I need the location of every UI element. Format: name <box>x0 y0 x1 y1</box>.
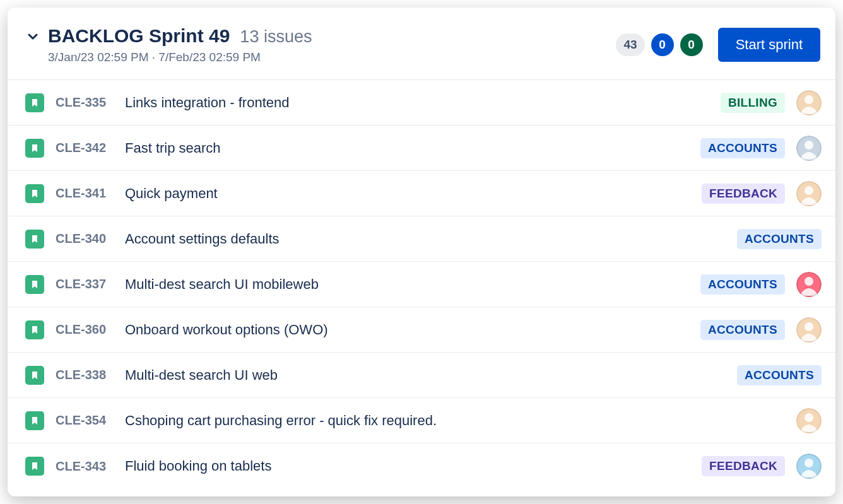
issue-list: CLE-335Links integration - frontendBILLI… <box>8 79 835 496</box>
sprint-header: BACKLOG Sprint 49 13 issues 3/Jan/23 02:… <box>8 8 835 79</box>
svg-point-4 <box>805 141 813 149</box>
issue-key[interactable]: CLE-354 <box>56 413 114 428</box>
story-icon <box>25 320 44 339</box>
epic-tag[interactable]: BILLING <box>721 93 785 113</box>
issue-row[interactable]: CLE-354Cshoping cart purchasing error - … <box>8 398 835 443</box>
issue-key[interactable]: CLE-340 <box>56 231 114 246</box>
count-pill-inprogress[interactable]: 0 <box>651 33 674 56</box>
issue-row[interactable]: CLE-340Account settings defaultsACCOUNTS <box>8 216 835 262</box>
issue-key[interactable]: CLE-342 <box>56 141 114 155</box>
issue-key[interactable]: CLE-338 <box>56 368 114 382</box>
assignee-avatar[interactable] <box>796 408 822 433</box>
issue-key[interactable]: CLE-360 <box>56 322 114 337</box>
issue-row[interactable]: CLE-338Multi-dest search UI webACCOUNTS <box>8 353 835 398</box>
assignee-avatar[interactable] <box>796 272 822 297</box>
epic-tag[interactable]: FEEDBACK <box>702 456 785 476</box>
issue-count: 13 issues <box>240 27 312 47</box>
issue-row[interactable]: CLE-335Links integration - frontendBILLI… <box>8 80 835 126</box>
story-icon <box>25 457 44 476</box>
count-pill-todo[interactable]: 43 <box>616 33 644 56</box>
assignee-avatar[interactable] <box>796 317 822 343</box>
issue-title[interactable]: Onboard workout options (OWO) <box>125 322 689 338</box>
header-left: BACKLOG Sprint 49 13 issues 3/Jan/23 02:… <box>27 25 312 64</box>
svg-point-10 <box>805 277 813 286</box>
issue-row[interactable]: CLE-360Onboard workout options (OWO)ACCO… <box>8 307 835 353</box>
epic-tag[interactable]: ACCOUNTS <box>700 320 785 340</box>
svg-point-13 <box>805 322 813 331</box>
issue-row[interactable]: CLE-341Quick paymentFEEDBACK <box>8 171 835 216</box>
count-pill-done[interactable]: 0 <box>680 33 703 56</box>
issue-title[interactable]: Links integration - frontend <box>125 95 709 111</box>
story-icon <box>25 184 44 203</box>
assignee-avatar[interactable] <box>796 181 822 206</box>
issue-key[interactable]: CLE-335 <box>56 95 114 110</box>
issue-title[interactable]: Fluid booking on tablets <box>125 458 690 474</box>
epic-tag[interactable]: FEEDBACK <box>702 184 785 204</box>
story-icon <box>25 93 44 112</box>
story-icon <box>25 139 44 158</box>
issue-key[interactable]: CLE-337 <box>56 277 114 291</box>
epic-tag[interactable]: ACCOUNTS <box>700 274 785 295</box>
start-sprint-button[interactable]: Start sprint <box>718 28 820 62</box>
sprint-title[interactable]: BACKLOG Sprint 49 <box>48 25 230 47</box>
issue-title[interactable]: Multi-dest search UI web <box>125 367 726 384</box>
story-icon <box>25 366 44 385</box>
svg-point-16 <box>805 413 813 422</box>
title-block: BACKLOG Sprint 49 13 issues 3/Jan/23 02:… <box>48 25 312 64</box>
issue-key[interactable]: CLE-343 <box>56 459 114 474</box>
svg-point-7 <box>805 186 813 195</box>
issue-title[interactable]: Cshoping cart purchasing error - quick f… <box>125 413 785 429</box>
epic-tag[interactable]: ACCOUNTS <box>700 138 785 158</box>
epic-tag[interactable]: ACCOUNTS <box>737 229 822 249</box>
story-icon <box>25 230 44 249</box>
issue-title[interactable]: Quick payment <box>125 185 690 202</box>
issue-row[interactable]: CLE-342Fast trip searchACCOUNTS <box>8 126 835 171</box>
assignee-avatar[interactable] <box>796 90 822 115</box>
assignee-avatar[interactable] <box>796 454 822 479</box>
story-icon <box>25 411 44 430</box>
sprint-panel: BACKLOG Sprint 49 13 issues 3/Jan/23 02:… <box>8 8 835 496</box>
issue-row[interactable]: CLE-337Multi-dest search UI mobilewebACC… <box>8 262 835 307</box>
issue-key[interactable]: CLE-341 <box>56 186 114 201</box>
svg-point-19 <box>805 459 813 467</box>
header-right: 43 0 0 Start sprint <box>616 28 820 62</box>
sprint-date-range: 3/Jan/23 02:59 PM · 7/Feb/23 02:59 PM <box>48 50 312 64</box>
epic-tag[interactable]: ACCOUNTS <box>737 365 822 385</box>
assignee-avatar[interactable] <box>796 136 822 161</box>
chevron-down-icon[interactable] <box>27 30 39 43</box>
issue-title[interactable]: Multi-dest search UI mobileweb <box>125 276 689 293</box>
story-icon <box>25 275 44 294</box>
svg-point-1 <box>805 95 813 104</box>
issue-title[interactable]: Account settings defaults <box>125 231 726 247</box>
issue-title[interactable]: Fast trip search <box>125 140 689 156</box>
issue-row[interactable]: CLE-343Fluid booking on tabletsFEEDBACK <box>8 443 835 489</box>
